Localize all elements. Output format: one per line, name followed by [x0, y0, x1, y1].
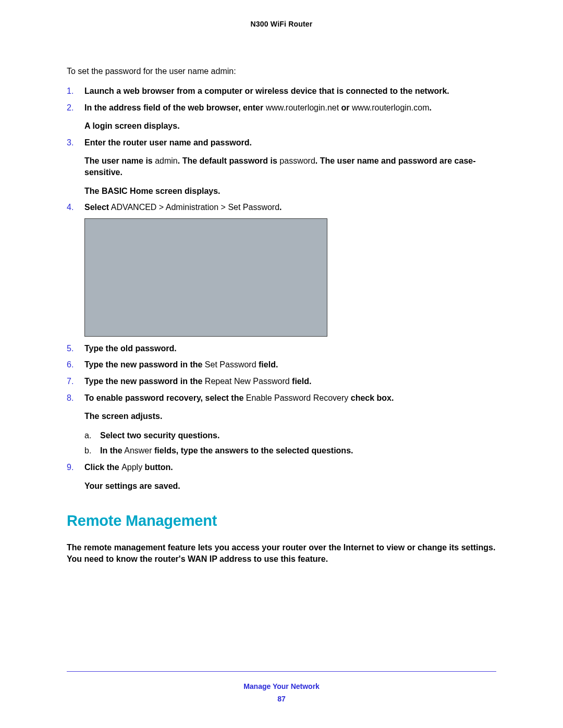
step-text-part: Type the new password in the [84, 377, 205, 386]
step-paragraph: The BASIC Home screen displays. [84, 186, 496, 197]
step-paragraph: The screen adjusts. [84, 411, 496, 422]
step-text-part: ADVANCED > Administration > Set Password [109, 203, 279, 212]
substep-text-part: Answer [123, 446, 154, 455]
step-number: 5. [67, 343, 81, 354]
text-part: password [277, 156, 315, 165]
step-7: 7. Type the new password in the Repeat N… [67, 376, 496, 387]
substep-a: a. Select two security questions. [84, 430, 496, 441]
section-heading: Remote Management [67, 512, 496, 529]
step-text-part: . [279, 203, 282, 212]
step-text-part: Click the [84, 463, 121, 472]
page-footer: Manage Your Network 87 [67, 671, 496, 703]
section-description: The remote management feature lets you a… [67, 542, 496, 565]
step-number: 3. [67, 137, 81, 149]
substeps-list: a. Select two security questions. b. In … [84, 430, 496, 456]
step-9: 9. Click the Apply button. Your settings… [67, 462, 496, 491]
step-text-part: Select [84, 203, 109, 212]
text-part: admin [155, 156, 178, 165]
substep-letter: a. [84, 430, 91, 441]
step-6: 6. Type the new password in the Set Pass… [67, 359, 496, 371]
step-number: 7. [67, 376, 81, 387]
step-text-part: To enable password recovery, select the [84, 393, 246, 402]
step-text-part: Type the new password in the [84, 360, 205, 369]
footer-page-number: 87 [67, 695, 496, 703]
step-number: 6. [67, 359, 81, 371]
step-text-part: Enter the router [84, 138, 149, 147]
substep-b: b. In the Answer fields, type the answer… [84, 445, 496, 456]
step-paragraph: A login screen displays. [84, 120, 496, 132]
step-paragraph: Your settings are saved. [84, 480, 496, 492]
step-number: 9. [67, 462, 81, 473]
document-page: N300 WiFi Router To set the password for… [0, 0, 563, 728]
step-text-part: www.routerlogin.net [263, 103, 341, 112]
step-number: 8. [67, 392, 81, 404]
step-text-part: enter [243, 103, 263, 112]
intro-text: To set the password for the user name ad… [67, 67, 496, 76]
screenshot-placeholder [84, 218, 327, 337]
step-text-part: Set Password [205, 360, 256, 369]
step-text-part: Repeat New Password [205, 377, 290, 386]
step-text-part: In the address field of the web browser, [84, 103, 243, 112]
text-part: The user name is [84, 156, 155, 165]
footer-section-label: Manage Your Network [67, 682, 496, 690]
steps-list: 1. Launch a web browser from a computer … [67, 85, 496, 491]
substep-text: Select two security questions. [100, 431, 219, 440]
text-part: . The default password is [178, 156, 277, 165]
step-text-part: user name and password. [149, 138, 252, 147]
substep-letter: b. [84, 445, 91, 456]
step-2: 2. In the address field of the web brows… [67, 102, 496, 132]
step-text: Type the old password. [84, 344, 177, 353]
step-1: 1. Launch a web browser from a computer … [67, 85, 496, 97]
step-text-part: Apply [121, 463, 142, 472]
substep-text-part: fields, type the answers to the selected… [154, 446, 353, 455]
step-number: 2. [67, 102, 81, 114]
step-text-part: or [341, 103, 350, 112]
substep-text-part: In the [100, 446, 123, 455]
step-text-part: . [430, 103, 432, 112]
step-3: 3. Enter the router user name and passwo… [67, 137, 496, 196]
step-number: 4. [67, 202, 81, 213]
step-number: 1. [67, 85, 81, 97]
product-title: N300 WiFi Router [67, 20, 496, 28]
step-text-part: check box. [348, 393, 394, 402]
step-text-part: www.routerlogin.com [350, 103, 430, 112]
step-text-part: Enable Password Recovery [246, 393, 349, 402]
step-5: 5. Type the old password. [67, 343, 496, 354]
step-text-part: field. [290, 377, 312, 386]
footer-rule [67, 671, 496, 672]
step-text-part: field. [256, 360, 278, 369]
step-4: 4. Select ADVANCED > Administration > Se… [67, 202, 496, 337]
step-text-part: button. [142, 463, 173, 472]
step-8: 8. To enable password recovery, select t… [67, 392, 496, 456]
step-text: Launch a web browser from a computer or … [84, 87, 449, 95]
step-paragraph: The user name is admin. The default pass… [84, 155, 496, 178]
